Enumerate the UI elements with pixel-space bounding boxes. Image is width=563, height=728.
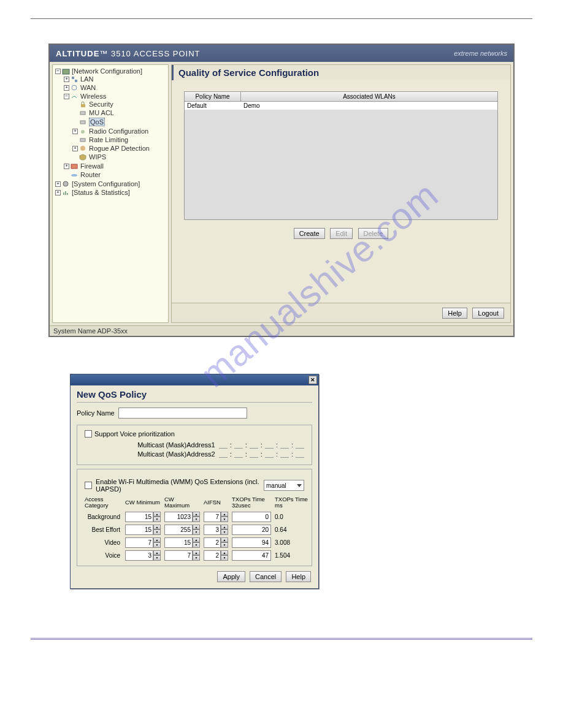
expand-icon[interactable]: + [64, 164, 69, 169]
svg-rect-4 [81, 104, 85, 107]
bg-ms: 0.0 [275, 514, 312, 520]
help-button[interactable]: Help [442, 308, 467, 319]
rogue-icon [79, 145, 87, 152]
wmm-group: Enable Wi-Fi Multimedia (WMM) QoS Extens… [77, 469, 312, 566]
expand-icon[interactable]: + [55, 190, 61, 195]
dialog-help-button[interactable]: Help [286, 571, 311, 582]
down-icon[interactable]: ▼ [153, 517, 161, 522]
be-txop[interactable]: 20 [232, 525, 271, 535]
page-title: Quality of Service Configuration [172, 65, 510, 80]
col-policy-name[interactable]: Policy Name [185, 92, 241, 101]
tree-system-configuration[interactable]: +[System Configuration] [55, 180, 167, 188]
mc1-input[interactable]: ::::: [219, 441, 304, 449]
firewall-icon [71, 163, 79, 170]
wmm-grid: Access Category CW Minimum CW Maximum AI… [85, 496, 304, 561]
cat-voice: Voice [85, 552, 121, 559]
expand-icon[interactable]: + [64, 85, 69, 91]
svg-point-12 [63, 181, 68, 186]
qos-icon [79, 119, 87, 126]
bg-aifsn[interactable]: 7▲▼ [204, 512, 228, 522]
wmm-select[interactable]: manual [264, 480, 304, 491]
collapse-icon[interactable]: − [55, 69, 61, 74]
bg-txop[interactable]: 0 [232, 512, 271, 522]
apply-button[interactable]: Apply [217, 571, 245, 582]
collapse-icon[interactable]: − [64, 94, 69, 99]
page-footer-rule [31, 638, 532, 646]
bg-cwmin[interactable]: 15▲▼ [125, 512, 161, 522]
close-icon[interactable]: ✕ [308, 376, 317, 384]
mc1-label: Multicast (Mask)Address1 [117, 441, 215, 449]
expand-icon[interactable]: + [72, 146, 78, 151]
app-title: ALTITUDE™ 3510 ACCESS POINT [56, 49, 201, 58]
table-row[interactable]: Default Demo [185, 102, 497, 110]
wan-icon [71, 85, 79, 91]
svg-rect-1 [72, 77, 74, 79]
tree-rate-limiting[interactable]: Rate Limiting [72, 136, 167, 143]
content-panel: Quality of Service Configuration Policy … [171, 64, 511, 323]
svg-rect-6 [80, 121, 85, 124]
folder-icon [62, 68, 70, 75]
policy-name-label: Policy Name [77, 409, 115, 417]
vo-txop[interactable]: 47 [232, 550, 271, 561]
svg-rect-8 [80, 138, 85, 142]
be-cwmin[interactable]: 15▲▼ [125, 525, 161, 535]
hd-aifsn: AIFSN [204, 499, 228, 506]
svg-rect-13 [63, 192, 64, 195]
create-button[interactable]: Create [294, 228, 325, 239]
up-icon[interactable]: ▲ [153, 512, 161, 517]
mc2-label: Multicast (Mask)Address2 [117, 450, 215, 458]
vi-ms: 3.008 [275, 539, 312, 546]
vo-cwmin[interactable]: 3▲▼ [125, 550, 161, 561]
brand-bold: ALTITUDE [56, 49, 99, 58]
dialog-heading: New QoS Policy [77, 389, 312, 403]
voice-checkbox[interactable] [85, 430, 92, 438]
vi-cwmin[interactable]: 7▲▼ [125, 537, 161, 548]
shield-icon [79, 154, 87, 161]
vi-txop[interactable]: 94 [232, 537, 271, 548]
be-cwmax[interactable]: 255▲▼ [164, 525, 200, 535]
expand-icon[interactable]: + [64, 77, 69, 82]
svg-rect-0 [63, 69, 69, 74]
gauge-icon [79, 137, 87, 143]
be-aifsn[interactable]: 3▲▼ [204, 525, 228, 535]
qos-table: Policy Name Associated WLANs Default Dem… [184, 91, 498, 220]
cell-policy-name: Default [185, 102, 241, 110]
edit-button[interactable]: Edit [330, 228, 353, 239]
logout-button[interactable]: Logout [472, 308, 504, 319]
tree-radio-config[interactable]: +Radio Configuration [72, 127, 167, 135]
cancel-button[interactable]: Cancel [250, 571, 282, 582]
chart-icon [62, 189, 70, 196]
tree-wips[interactable]: WIPS [72, 153, 167, 161]
wireless-icon [71, 93, 79, 100]
mc2-input[interactable]: ::::: [219, 450, 304, 458]
vo-aifsn[interactable]: 2▲▼ [204, 550, 228, 561]
be-ms: 0.64 [275, 526, 312, 533]
expand-icon[interactable]: + [55, 181, 61, 187]
tree-mu-acl[interactable]: MU ACL [72, 109, 167, 116]
device-icon [79, 110, 87, 116]
cat-besteffort: Best Effort [85, 526, 121, 533]
delete-button[interactable]: Delete [358, 228, 389, 239]
policy-name-input[interactable] [118, 408, 247, 419]
chevron-down-icon [297, 484, 302, 487]
vi-aifsn[interactable]: 2▲▼ [204, 537, 228, 548]
tree-security[interactable]: Security [72, 100, 167, 108]
tree-firewall[interactable]: +Firewall [64, 162, 167, 170]
vo-cwmax[interactable]: 7▲▼ [164, 550, 200, 561]
tree-router[interactable]: Router [64, 171, 167, 178]
tree-status-statistics[interactable]: +[Status & Statistics] [55, 189, 167, 196]
tree-wan[interactable]: +WAN [64, 84, 167, 91]
bg-cwmax[interactable]: 1023▲▼ [164, 512, 200, 522]
qos-dialog: ✕ New QoS Policy Policy Name Support Voi… [70, 374, 319, 589]
wmm-checkbox[interactable] [85, 482, 92, 489]
tree-wireless[interactable]: −Wireless [64, 93, 167, 100]
tree-rogue-ap[interactable]: +Rogue AP Detection [72, 145, 167, 152]
tree-qos[interactable]: QoS [72, 118, 167, 126]
expand-icon[interactable]: + [72, 129, 78, 134]
dialog-title-bar: ✕ [71, 374, 318, 385]
vi-cwmax[interactable]: 15▲▼ [164, 537, 200, 548]
tree-lan[interactable]: +LAN [64, 75, 167, 83]
col-associated-wlans[interactable]: Associated WLANs [241, 92, 497, 101]
tree-network-configuration[interactable]: − [Network Configuration] [55, 67, 167, 75]
hd-cwmin: CW Minimum [125, 499, 161, 506]
